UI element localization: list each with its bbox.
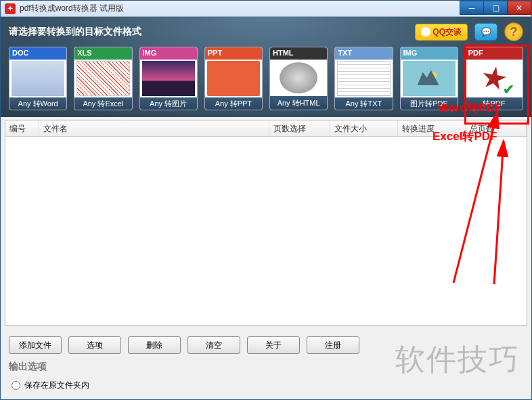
doc-head: HTML	[270, 47, 327, 60]
titlebar: ✦ pdf转换成word转换器 试用版 ─ ▢ ✕	[1, 1, 531, 17]
doc-head: IMG	[401, 47, 458, 60]
table-header: 编号 文件名 页数选择 文件大小 转换进度 总页数	[5, 120, 527, 137]
format-label: Any 转Word	[9, 97, 66, 110]
doc-head: PPT	[205, 47, 262, 60]
doc-head: IMG	[140, 47, 197, 60]
format-label: Any 转TXT	[335, 97, 392, 110]
col-size[interactable]: 文件大小	[330, 120, 398, 136]
app-icon: ✦	[5, 3, 16, 14]
format-any-to-excel[interactable]: XLS Any 转Excel	[74, 47, 132, 110]
format-prompt: 请选择要转换到的目标文件格式	[9, 26, 415, 38]
message-button[interactable]: 💬	[474, 23, 497, 41]
format-image-to-pdf[interactable]: IMG 图片转PDF	[400, 47, 458, 110]
window-title: pdf转换成word转换器 试用版	[20, 3, 460, 14]
col-filename[interactable]: 文件名	[39, 120, 269, 136]
chat-icon: 💬	[481, 27, 491, 37]
register-button[interactable]: 注册	[307, 336, 359, 354]
format-label: Any 转PPT	[205, 97, 262, 110]
col-index[interactable]: 编号	[5, 120, 39, 136]
qq-chat-button[interactable]: QQ交谈	[415, 24, 468, 41]
save-original-label: 保存在原文件夹内	[24, 380, 89, 391]
about-button[interactable]: 关于	[247, 336, 300, 354]
format-any-to-txt[interactable]: TXT Any 转TXT	[334, 47, 393, 110]
doc-head: PDF	[466, 47, 523, 60]
add-file-button[interactable]: 添加文件	[9, 336, 62, 354]
format-to-pdf[interactable]: PDF ✔ 转PDF	[465, 47, 523, 110]
delete-button[interactable]: 删除	[128, 336, 181, 354]
doc-head: DOC	[9, 47, 66, 60]
col-progress[interactable]: 转换进度	[398, 120, 466, 136]
format-any-to-ppt[interactable]: PPT Any 转PPT	[204, 47, 263, 110]
col-pages[interactable]: 页数选择	[269, 120, 330, 136]
format-label: Any 转图片	[140, 97, 197, 110]
options-button[interactable]: 选项	[68, 336, 121, 354]
format-label: Any 转HTML	[270, 96, 327, 110]
format-any-to-html[interactable]: HTML Any 转HTML	[269, 47, 328, 110]
format-label: 转PDF	[466, 97, 523, 110]
save-original-radio[interactable]	[12, 381, 20, 390]
close-button[interactable]: ✕	[507, 1, 531, 15]
qq-label: QQ交谈	[433, 26, 462, 38]
maximize-button[interactable]: ▢	[483, 1, 508, 15]
format-label: 图片转PDF	[401, 97, 458, 110]
help-button[interactable]: ?	[504, 22, 523, 41]
doc-head: XLS	[74, 47, 131, 60]
col-total[interactable]: 总页数	[466, 120, 527, 136]
qq-icon	[421, 27, 430, 37]
clear-button[interactable]: 清空	[187, 336, 240, 354]
format-label: Any 转Excel	[74, 97, 131, 110]
doc-head: TXT	[335, 47, 392, 60]
format-panel: 请选择要转换到的目标文件格式 QQ交谈 💬 ? DOC Any 转Word XL…	[1, 17, 531, 117]
file-table: 编号 文件名 页数选择 文件大小 转换进度 总页数	[5, 120, 527, 326]
minimize-button[interactable]: ─	[460, 1, 484, 15]
format-any-to-image[interactable]: IMG Any 转图片	[139, 47, 198, 110]
format-any-to-word[interactable]: DOC Any 转Word	[9, 47, 67, 110]
output-options-label: 输出选项	[1, 361, 531, 380]
